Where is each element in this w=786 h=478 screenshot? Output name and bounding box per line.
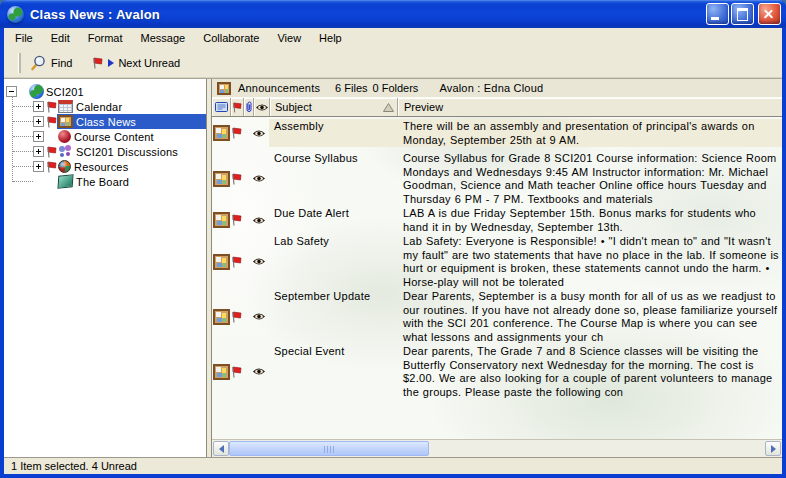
unread-flag-icon	[231, 151, 243, 206]
globe-icon	[29, 84, 44, 99]
message-subject: Course Syllabus	[269, 151, 397, 206]
unread-flag-icon	[46, 101, 57, 113]
message-subject: Lab Safety	[269, 234, 397, 289]
unread-flag-icon	[231, 234, 243, 289]
main-area: SCI201	[4, 78, 782, 457]
message-row[interactable]: Special Event Dear parents, The Grade 7 …	[212, 344, 782, 399]
tree-item-label: SCI201 Discussions	[76, 146, 178, 158]
next-unread-label: Next Unread	[118, 57, 180, 69]
maximize-icon	[737, 8, 748, 21]
tree-item[interactable]: The Board	[4, 174, 206, 189]
column-header: Subject Preview	[212, 98, 782, 117]
horizontal-scrollbar[interactable]	[212, 439, 782, 457]
menu-item[interactable]: Message	[132, 29, 195, 47]
tree-item[interactable]: Course Content	[4, 129, 206, 144]
maximize-button[interactable]	[731, 3, 754, 25]
minimize-button[interactable]	[706, 3, 729, 25]
expand-plus-icon[interactable]	[33, 146, 44, 157]
eye-column-header[interactable]	[254, 98, 270, 116]
bulletin-board-icon	[213, 309, 230, 325]
resources-icon	[58, 160, 71, 173]
files-count: 6 Files	[335, 82, 367, 94]
calendar-icon	[58, 100, 73, 113]
sort-ascending-icon	[383, 103, 394, 112]
menu-item[interactable]: Edit	[42, 29, 79, 47]
unread-flag-icon	[231, 289, 243, 344]
toolbar-gripper	[18, 53, 21, 73]
menu-item[interactable]: View	[268, 29, 310, 47]
message-preview: Lab Safety: Everyone is Responsible! • "…	[397, 234, 782, 289]
tree-root-sci201[interactable]: SCI201	[4, 84, 206, 99]
message-row[interactable]: Course Syllabus Course Syllabus for Grad…	[212, 151, 782, 206]
message-row[interactable]: Due Date Alert LAB A is due Friday Septe…	[212, 206, 782, 234]
message-icon	[215, 102, 228, 112]
flag-icon	[92, 57, 103, 69]
unread-flag-icon	[231, 206, 243, 234]
subject-column-label: Subject	[275, 101, 312, 113]
menu-item[interactable]: File	[6, 29, 42, 47]
course-content-icon	[58, 130, 71, 143]
preview-column-header[interactable]: Preview	[398, 98, 782, 116]
next-arrow-icon	[108, 59, 114, 67]
scroll-right-button[interactable]	[765, 441, 781, 456]
expand-plus-icon[interactable]	[33, 116, 44, 127]
message-preview: Dear parents, The Grade 7 and 8 Science …	[397, 344, 782, 399]
menu-item[interactable]: Collaborate	[194, 29, 268, 47]
next-unread-button[interactable]: Next Unread	[88, 55, 184, 71]
message-row[interactable]: Assembly There will be an assembly and p…	[212, 119, 782, 147]
unread-flag-icon	[231, 119, 243, 147]
bulletin-board-icon	[213, 125, 230, 141]
attachment-cell	[243, 151, 252, 206]
board-icon	[57, 174, 73, 188]
tree-item[interactable]: Calendar	[4, 99, 206, 114]
message-subject: Assembly	[269, 119, 397, 147]
message-row[interactable]: September Update Dear Parents, September…	[212, 289, 782, 344]
scroll-left-button[interactable]	[213, 441, 229, 456]
chevron-left-icon	[219, 445, 224, 453]
tree-item[interactable]: SCI201 Discussions	[4, 144, 206, 159]
unread-flag-icon	[46, 161, 57, 173]
magnifier-icon	[31, 55, 47, 71]
folders-count: 0 Folders	[373, 82, 419, 94]
folder-tree: SCI201	[4, 79, 206, 189]
flag-column-header[interactable]	[231, 98, 244, 116]
server-location: Avalon : Edna Cloud	[439, 82, 543, 94]
menu-bar: FileEditFormatMessageCollaborateViewHelp	[4, 28, 782, 48]
window-title: Class News : Avalon	[30, 7, 160, 22]
tree-item-label: Course Content	[74, 131, 154, 143]
tree-item-label: Resources	[74, 161, 128, 173]
expand-plus-icon[interactable]	[33, 161, 44, 172]
eye-icon	[252, 289, 269, 344]
minimize-icon	[711, 17, 719, 20]
tree-item[interactable]: Class News	[4, 114, 206, 129]
announcements-icon	[217, 82, 231, 95]
expand-plus-icon[interactable]	[33, 101, 44, 112]
menu-item[interactable]: Format	[79, 29, 132, 47]
scrollbar-thumb[interactable]	[229, 441, 429, 456]
attachment-column-header[interactable]	[244, 98, 254, 116]
bulletin-board-icon	[213, 364, 230, 380]
message-subject: September Update	[269, 289, 397, 344]
tree-item[interactable]: Resources	[4, 159, 206, 174]
status-bar: 1 Item selected. 4 Unread	[4, 457, 782, 474]
attachment-cell	[243, 206, 252, 234]
message-column-header[interactable]	[212, 98, 231, 116]
message-subject: Special Event	[269, 344, 397, 399]
flag-icon	[232, 102, 242, 113]
attachment-cell	[243, 119, 252, 147]
expand-plus-icon[interactable]	[33, 131, 44, 142]
eye-icon	[255, 103, 269, 112]
find-button[interactable]: Find	[27, 53, 76, 73]
tree-item-label: The Board	[76, 176, 129, 188]
toolbar: Find Next Unread	[4, 48, 782, 78]
close-button[interactable]	[758, 3, 781, 25]
conference-title: Announcements	[238, 82, 320, 94]
message-row[interactable]: Lab Safety Lab Safety: Everyone is Respo…	[212, 234, 782, 289]
title-bar[interactable]: Class News : Avalon	[0, 0, 786, 28]
message-subject: Due Date Alert	[269, 206, 397, 234]
subject-column-header[interactable]: Subject	[270, 98, 398, 116]
unread-flag-icon	[46, 116, 57, 128]
collapse-minus-icon[interactable]	[6, 86, 17, 97]
menu-item[interactable]: Help	[310, 29, 351, 47]
bulletin-board-icon	[213, 254, 230, 270]
